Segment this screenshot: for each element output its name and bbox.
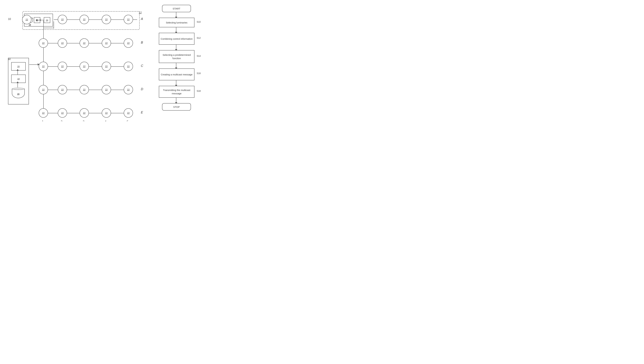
col-label-2: 2 [61, 120, 62, 121]
arrow-s12-s14 [175, 45, 177, 51]
dbl-arrow [36, 19, 41, 21]
node-B5: 22 [124, 38, 133, 48]
fc-start-box: START [162, 5, 191, 12]
row-label-C: C [141, 64, 143, 68]
arrow-start-s10 [175, 12, 177, 18]
arrow-s14-s16 [175, 63, 177, 69]
node-B3: 22 [80, 38, 89, 48]
arrow-s16-s18 [175, 80, 177, 86]
arrow-up-2 [18, 83, 18, 87]
node-D3: 22 [80, 85, 89, 94]
row-label-E: E [141, 111, 143, 114]
arrowhead-up-2 [16, 81, 19, 83]
connect-line [41, 20, 43, 20]
node-D1: 22 [39, 85, 48, 94]
node-E5: 22 [124, 108, 133, 118]
node-C3: 22 [80, 62, 89, 71]
fc-s10-box: Selecting luminaries [159, 18, 194, 27]
node-E2: 22 [58, 108, 67, 118]
db-label: 28 [29, 24, 31, 26]
node-D2: 22 [58, 85, 67, 94]
fc-s18-label: S18 [197, 90, 201, 92]
node-C2: 22 [58, 62, 67, 71]
ctrl-horiz-connect [43, 28, 54, 28]
fc-s18-box: Transmitting the multicast message [159, 86, 194, 98]
node-A4: 22 [102, 15, 111, 24]
node-A0: 22 [22, 15, 32, 24]
col-label-5: 5 [127, 120, 128, 121]
node-E3: 22 [80, 108, 89, 118]
fc-s14-box: Selecting a predetermined function [159, 50, 194, 63]
fc-s16-box: Creating a multicast message [159, 68, 194, 80]
arrow-s10-s12 [175, 27, 177, 34]
arrow-up-1 [18, 71, 18, 75]
node-C5: 22 [124, 62, 133, 71]
node-A5: 22 [124, 15, 133, 24]
arrow-s18-stop [175, 98, 177, 104]
row-label-B: B [141, 41, 143, 44]
fc-s10-label: S10 [197, 21, 201, 23]
arrowhead-up-1 [16, 69, 19, 71]
label-14: 14 [8, 58, 10, 60]
node-D4: 22 [102, 85, 111, 94]
fc-stop-box: STOP [162, 103, 191, 111]
server-box-14: 20 18 16 [8, 58, 29, 104]
node-C4: 22 [102, 62, 111, 71]
network-diagram: 10 12 28 26 24 [3, 5, 141, 114]
box-24: 24 [44, 17, 50, 23]
row-label-A: A [141, 17, 143, 21]
label-10: 10 [8, 18, 11, 21]
flowchart: START Selecting luminaries S10 Combining… [154, 3, 212, 119]
node-C1: 22 [39, 62, 48, 71]
node-B1: 22 [39, 38, 48, 48]
col-label-3: 3 [83, 120, 84, 121]
col-label-1: 1 [42, 120, 44, 121]
db-16-label: 16 [17, 93, 20, 95]
node-B4: 22 [102, 38, 111, 48]
server-to-main [29, 64, 39, 65]
node-B2: 22 [58, 38, 67, 48]
row-label-D: D [141, 87, 143, 91]
node-A2: 22 [58, 15, 67, 24]
fc-s12-box: Combining control information [159, 33, 194, 45]
fc-s14-label: S14 [197, 55, 201, 57]
node-E4: 22 [102, 108, 111, 118]
diagram-container: 10 12 28 26 24 [0, 0, 215, 121]
node-D5: 22 [124, 85, 133, 94]
col-label-4: 4 [105, 120, 106, 121]
node-A3: 22 [80, 15, 89, 24]
node-E1: 22 [39, 108, 48, 118]
db-16: 16 [12, 88, 25, 98]
fc-s12-label: S12 [197, 37, 201, 39]
fc-s16-label: S16 [197, 72, 201, 75]
ctrl-down-line [54, 21, 54, 29]
